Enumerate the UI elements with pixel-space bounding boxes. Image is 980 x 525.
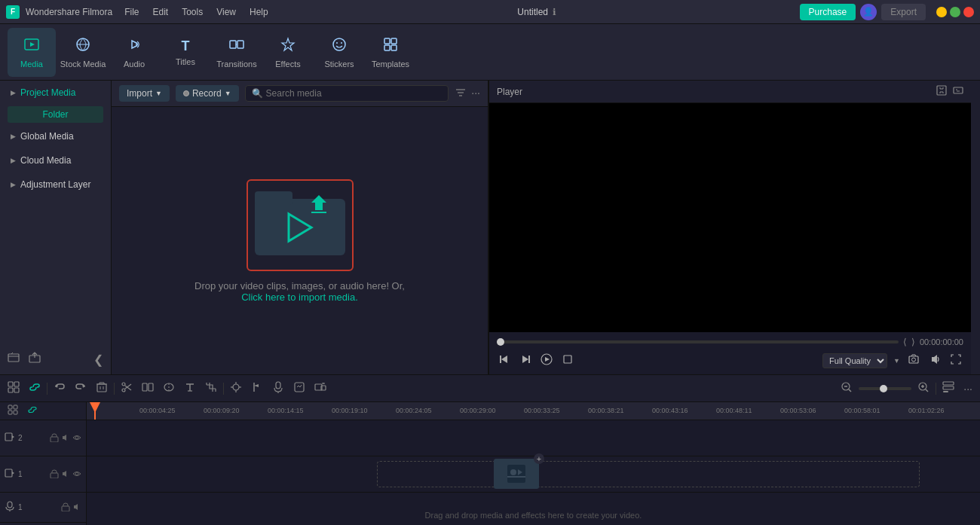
menu-edit[interactable]: Edit bbox=[147, 5, 175, 20]
record-button[interactable]: Record ▼ bbox=[176, 85, 239, 102]
ruler-mark-12: 00:00:58:01 bbox=[844, 407, 880, 414]
toolbar-templates[interactable]: Templates bbox=[366, 28, 415, 77]
info-icon[interactable]: ℹ bbox=[553, 7, 556, 17]
timeline-grid-button[interactable] bbox=[5, 380, 23, 397]
toolbar-titles[interactable]: T Titles bbox=[161, 28, 210, 77]
menu-tools[interactable]: Tools bbox=[176, 5, 209, 20]
track-1-lock-icon[interactable] bbox=[50, 469, 59, 480]
progress-thumb[interactable] bbox=[497, 338, 504, 346]
snap-button[interactable] bbox=[227, 380, 245, 397]
delete-button[interactable] bbox=[93, 380, 111, 397]
track-2-lock-icon[interactable] bbox=[50, 433, 59, 444]
svg-rect-81 bbox=[8, 405, 12, 409]
player-settings-icon[interactable] bbox=[953, 85, 963, 98]
toolbar-audio[interactable]: Audio bbox=[110, 28, 158, 77]
step-forward-button[interactable] bbox=[518, 352, 533, 370]
screenshot-button[interactable] bbox=[906, 352, 921, 370]
sidebar-item-adjustment-layer[interactable]: ▶ Adjustment Layer bbox=[3, 173, 108, 196]
sidebar-folder[interactable]: Folder bbox=[8, 106, 103, 123]
mark-in-button[interactable] bbox=[248, 380, 266, 397]
step-back-button[interactable] bbox=[497, 352, 512, 370]
toolbar-stock-media[interactable]: Stock Media bbox=[59, 28, 107, 77]
player-expand-icon[interactable] bbox=[936, 85, 947, 98]
project-media-label: Project Media bbox=[20, 87, 75, 98]
volume-button[interactable] bbox=[927, 352, 942, 370]
media-thumb-add-button[interactable]: + bbox=[534, 453, 544, 464]
menu-view[interactable]: View bbox=[210, 5, 242, 20]
svg-point-8 bbox=[336, 42, 338, 44]
sidebar-item-cloud-media[interactable]: ▶ Cloud Media bbox=[3, 149, 108, 172]
quality-select[interactable]: Full Quality 1/2 Quality 1/4 Quality bbox=[822, 353, 887, 368]
cut-button[interactable] bbox=[118, 380, 136, 397]
user-avatar[interactable]: 👤 bbox=[860, 4, 877, 20]
more-options-icon[interactable]: ··· bbox=[471, 87, 480, 101]
svg-rect-20 bbox=[255, 191, 292, 205]
svg-rect-5 bbox=[237, 41, 243, 48]
text-button[interactable] bbox=[181, 380, 199, 397]
crop-button[interactable] bbox=[202, 380, 220, 397]
ruler-mark-13: 00:01:02:26 bbox=[908, 407, 945, 414]
player-progress-bar[interactable]: ⟨ ⟩ 00:00:00:00 bbox=[497, 337, 963, 347]
filter-icon[interactable] bbox=[455, 87, 467, 101]
track-2-mute-icon[interactable] bbox=[61, 433, 70, 444]
menu-help[interactable]: Help bbox=[243, 5, 274, 20]
purchase-button[interactable]: Purchase bbox=[800, 4, 856, 20]
track-header-v2: 2 bbox=[0, 420, 86, 456]
toolbar-transitions[interactable]: Transitions bbox=[213, 28, 261, 77]
progress-track[interactable] bbox=[497, 340, 899, 343]
toolbar-stickers[interactable]: Stickers bbox=[315, 28, 363, 77]
upload-icon[interactable] bbox=[26, 349, 44, 370]
track-v1-drop-area[interactable] bbox=[377, 461, 920, 487]
track-1-mute-icon[interactable] bbox=[61, 469, 70, 480]
zoom-in-button[interactable] bbox=[914, 380, 933, 397]
svg-rect-33 bbox=[564, 356, 571, 363]
import-button[interactable]: Import ▼ bbox=[119, 85, 170, 102]
svg-rect-66 bbox=[295, 383, 304, 392]
toolbar-effects[interactable]: Effects bbox=[264, 28, 312, 77]
playhead-indicator[interactable] bbox=[90, 402, 100, 413]
svg-rect-84 bbox=[14, 411, 17, 414]
timeline-content: 2 1 bbox=[0, 402, 980, 525]
track-a1-lock-icon[interactable] bbox=[61, 502, 70, 513]
new-folder-icon[interactable] bbox=[5, 349, 23, 370]
more-timeline-button[interactable]: ··· bbox=[960, 381, 975, 396]
timeline-add-track-button[interactable] bbox=[5, 403, 21, 419]
redo-button[interactable] bbox=[72, 380, 90, 397]
track-a1-mute-icon[interactable] bbox=[72, 502, 81, 513]
timeline-ruler[interactable]: 00:00:04:25 00:00:09:20 00:00:14:15 00:0… bbox=[87, 402, 980, 420]
zoom-out-button[interactable] bbox=[838, 380, 856, 397]
svg-rect-92 bbox=[51, 473, 58, 478]
sidebar-item-project-media[interactable]: ▶ Project Media bbox=[3, 81, 108, 104]
export-button[interactable]: Export bbox=[881, 4, 926, 20]
ai-button[interactable] bbox=[290, 380, 308, 397]
maximize-button[interactable] bbox=[950, 7, 960, 17]
zoom-thumb[interactable] bbox=[880, 385, 887, 392]
timeline-link-button[interactable] bbox=[26, 380, 44, 397]
mask-button[interactable] bbox=[160, 380, 178, 397]
audio-record-button[interactable] bbox=[269, 380, 287, 397]
import-link[interactable]: Click here to import media. bbox=[241, 291, 358, 303]
undo-button[interactable] bbox=[51, 380, 69, 397]
layout-button[interactable] bbox=[939, 380, 957, 397]
toolbar-media[interactable]: Media bbox=[8, 28, 56, 77]
stop-button[interactable] bbox=[560, 352, 575, 370]
timeline-link2-button[interactable] bbox=[24, 403, 41, 419]
player-right-controls: Full Quality 1/2 Quality 1/4 Quality ▼ bbox=[822, 352, 963, 370]
menu-file[interactable]: File bbox=[118, 5, 145, 20]
play-button[interactable] bbox=[539, 352, 554, 370]
timeline-ruler-area: 00:00:04:25 00:00:09:20 00:00:14:15 00:0… bbox=[87, 402, 980, 525]
split-button[interactable] bbox=[139, 380, 157, 397]
zoom-slider[interactable] bbox=[859, 387, 911, 390]
close-button[interactable] bbox=[963, 7, 974, 17]
search-input[interactable] bbox=[266, 88, 443, 99]
titlebar-left: F Wondershare Filmora File Edit Tools Vi… bbox=[6, 5, 274, 20]
insert-button[interactable] bbox=[311, 380, 329, 397]
svg-marker-86 bbox=[12, 435, 14, 438]
minimize-button[interactable] bbox=[936, 7, 947, 17]
timeline-toolbar-1: ··· bbox=[0, 375, 980, 402]
collapse-sidebar-icon[interactable]: ❮ bbox=[90, 349, 106, 370]
track-2-hide-icon[interactable] bbox=[72, 433, 81, 444]
track-1-hide-icon[interactable] bbox=[72, 469, 81, 480]
fullscreen-button[interactable] bbox=[948, 352, 963, 370]
sidebar-item-global-media[interactable]: ▶ Global Media bbox=[3, 125, 108, 148]
